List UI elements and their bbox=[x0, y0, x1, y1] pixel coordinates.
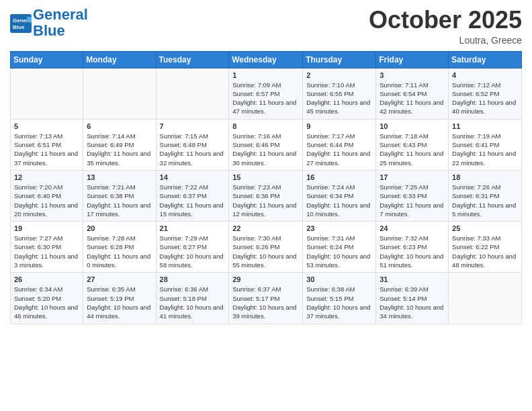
day-cell: 4Sunrise: 7:12 AMSunset: 6:52 PMDaylight… bbox=[449, 68, 522, 119]
day-cell bbox=[83, 68, 156, 119]
day-number: 15 bbox=[232, 173, 299, 181]
day-info: Sunrise: 7:19 AMSunset: 6:41 PMDaylight:… bbox=[452, 132, 518, 167]
weekday-header-row: SundayMondayTuesdayWednesdayThursdayFrid… bbox=[11, 51, 522, 68]
weekday-header-friday: Friday bbox=[376, 51, 449, 68]
day-cell: 16Sunrise: 7:24 AMSunset: 6:34 PMDayligh… bbox=[303, 170, 376, 221]
day-cell bbox=[449, 273, 522, 324]
day-number: 29 bbox=[232, 275, 299, 283]
weekday-header-tuesday: Tuesday bbox=[156, 51, 229, 68]
day-info: Sunrise: 7:09 AMSunset: 6:57 PMDaylight:… bbox=[232, 81, 299, 116]
day-info: Sunrise: 7:27 AMSunset: 6:30 PMDaylight:… bbox=[14, 234, 79, 269]
day-number: 23 bbox=[306, 224, 372, 232]
day-number: 12 bbox=[14, 173, 79, 181]
calendar-page: General Blue GeneralBlue October 2025 Lo… bbox=[0, 0, 532, 334]
weekday-header-wednesday: Wednesday bbox=[229, 51, 303, 68]
day-cell: 21Sunrise: 7:29 AMSunset: 6:27 PMDayligh… bbox=[156, 222, 229, 273]
day-number: 30 bbox=[306, 275, 372, 283]
day-info: Sunrise: 7:28 AMSunset: 6:28 PMDaylight:… bbox=[87, 234, 152, 269]
day-cell: 18Sunrise: 7:26 AMSunset: 6:31 PMDayligh… bbox=[449, 170, 522, 221]
day-info: Sunrise: 7:12 AMSunset: 6:52 PMDaylight:… bbox=[452, 81, 518, 116]
day-cell: 7Sunrise: 7:15 AMSunset: 6:48 PMDaylight… bbox=[156, 119, 229, 170]
day-cell: 13Sunrise: 7:21 AMSunset: 6:38 PMDayligh… bbox=[83, 170, 156, 221]
day-info: Sunrise: 6:34 AMSunset: 5:20 PMDaylight:… bbox=[14, 285, 79, 320]
day-number: 6 bbox=[87, 122, 152, 130]
day-number: 13 bbox=[87, 173, 152, 181]
day-number: 10 bbox=[380, 122, 445, 130]
day-number: 25 bbox=[452, 224, 518, 232]
day-cell: 31Sunrise: 6:39 AMSunset: 5:14 PMDayligh… bbox=[376, 273, 449, 324]
location-subtitle: Loutra, Greece bbox=[369, 35, 522, 46]
weekday-header-sunday: Sunday bbox=[11, 51, 83, 68]
day-number: 27 bbox=[87, 275, 152, 283]
day-info: Sunrise: 6:39 AMSunset: 5:14 PMDaylight:… bbox=[380, 285, 445, 320]
day-cell: 5Sunrise: 7:13 AMSunset: 6:51 PMDaylight… bbox=[11, 119, 83, 170]
day-number: 18 bbox=[452, 173, 518, 181]
header: General Blue GeneralBlue October 2025 Lo… bbox=[10, 7, 522, 46]
day-cell: 9Sunrise: 7:17 AMSunset: 6:44 PMDaylight… bbox=[303, 119, 376, 170]
day-cell: 3Sunrise: 7:11 AMSunset: 6:54 PMDaylight… bbox=[376, 68, 449, 119]
day-number: 7 bbox=[160, 122, 226, 130]
day-number: 31 bbox=[380, 275, 445, 283]
day-number: 14 bbox=[160, 173, 226, 181]
week-row-1: 1Sunrise: 7:09 AMSunset: 6:57 PMDaylight… bbox=[11, 68, 522, 119]
day-cell: 24Sunrise: 7:32 AMSunset: 6:23 PMDayligh… bbox=[376, 222, 449, 273]
day-info: Sunrise: 7:13 AMSunset: 6:51 PMDaylight:… bbox=[14, 132, 79, 167]
day-info: Sunrise: 7:17 AMSunset: 6:44 PMDaylight:… bbox=[306, 132, 372, 167]
day-info: Sunrise: 7:31 AMSunset: 6:24 PMDaylight:… bbox=[306, 234, 372, 269]
day-cell: 11Sunrise: 7:19 AMSunset: 6:41 PMDayligh… bbox=[449, 119, 522, 170]
day-info: Sunrise: 6:37 AMSunset: 5:17 PMDaylight:… bbox=[232, 285, 299, 320]
day-info: Sunrise: 6:36 AMSunset: 5:18 PMDaylight:… bbox=[160, 285, 226, 320]
day-number: 17 bbox=[380, 173, 445, 181]
day-info: Sunrise: 7:26 AMSunset: 6:31 PMDaylight:… bbox=[452, 183, 518, 218]
day-info: Sunrise: 7:23 AMSunset: 6:36 PMDaylight:… bbox=[232, 183, 299, 218]
day-cell: 27Sunrise: 6:35 AMSunset: 5:19 PMDayligh… bbox=[83, 273, 156, 324]
day-info: Sunrise: 7:18 AMSunset: 6:43 PMDaylight:… bbox=[380, 132, 445, 167]
day-cell: 20Sunrise: 7:28 AMSunset: 6:28 PMDayligh… bbox=[83, 222, 156, 273]
day-info: Sunrise: 7:10 AMSunset: 6:55 PMDaylight:… bbox=[306, 81, 372, 116]
day-info: Sunrise: 7:11 AMSunset: 6:54 PMDaylight:… bbox=[380, 81, 445, 116]
weekday-header-thursday: Thursday bbox=[303, 51, 376, 68]
day-cell: 19Sunrise: 7:27 AMSunset: 6:30 PMDayligh… bbox=[11, 222, 83, 273]
day-number: 22 bbox=[232, 224, 299, 232]
day-cell: 28Sunrise: 6:36 AMSunset: 5:18 PMDayligh… bbox=[156, 273, 229, 324]
day-cell: 14Sunrise: 7:22 AMSunset: 6:37 PMDayligh… bbox=[156, 170, 229, 221]
day-number: 19 bbox=[14, 224, 79, 232]
day-info: Sunrise: 7:29 AMSunset: 6:27 PMDaylight:… bbox=[160, 234, 226, 269]
day-info: Sunrise: 7:33 AMSunset: 6:22 PMDaylight:… bbox=[452, 234, 518, 269]
day-cell: 30Sunrise: 6:38 AMSunset: 5:15 PMDayligh… bbox=[303, 273, 376, 324]
day-info: Sunrise: 7:30 AMSunset: 6:26 PMDaylight:… bbox=[232, 234, 299, 269]
day-cell: 1Sunrise: 7:09 AMSunset: 6:57 PMDaylight… bbox=[229, 68, 303, 119]
title-area: October 2025 Loutra, Greece bbox=[369, 7, 522, 46]
day-cell: 29Sunrise: 6:37 AMSunset: 5:17 PMDayligh… bbox=[229, 273, 303, 324]
day-info: Sunrise: 7:24 AMSunset: 6:34 PMDaylight:… bbox=[306, 183, 372, 218]
day-info: Sunrise: 7:14 AMSunset: 6:49 PMDaylight:… bbox=[87, 132, 152, 167]
day-info: Sunrise: 7:21 AMSunset: 6:38 PMDaylight:… bbox=[87, 183, 152, 218]
day-cell: 6Sunrise: 7:14 AMSunset: 6:49 PMDaylight… bbox=[83, 119, 156, 170]
weekday-header-monday: Monday bbox=[83, 51, 156, 68]
day-cell: 23Sunrise: 7:31 AMSunset: 6:24 PMDayligh… bbox=[303, 222, 376, 273]
logo-icon: General Blue bbox=[10, 14, 32, 33]
day-number: 4 bbox=[452, 71, 518, 79]
day-info: Sunrise: 6:38 AMSunset: 5:15 PMDaylight:… bbox=[306, 285, 372, 320]
day-cell: 12Sunrise: 7:20 AMSunset: 6:40 PMDayligh… bbox=[11, 170, 83, 221]
day-info: Sunrise: 6:35 AMSunset: 5:19 PMDaylight:… bbox=[87, 285, 152, 320]
week-row-2: 5Sunrise: 7:13 AMSunset: 6:51 PMDaylight… bbox=[11, 119, 522, 170]
weekday-header-saturday: Saturday bbox=[449, 51, 522, 68]
calendar-table: SundayMondayTuesdayWednesdayThursdayFrid… bbox=[10, 51, 522, 324]
day-cell bbox=[156, 68, 229, 119]
day-number: 11 bbox=[452, 122, 518, 130]
day-cell: 22Sunrise: 7:30 AMSunset: 6:26 PMDayligh… bbox=[229, 222, 303, 273]
day-cell: 2Sunrise: 7:10 AMSunset: 6:55 PMDaylight… bbox=[303, 68, 376, 119]
day-cell bbox=[11, 68, 83, 119]
day-cell: 25Sunrise: 7:33 AMSunset: 6:22 PMDayligh… bbox=[449, 222, 522, 273]
day-number: 9 bbox=[306, 122, 372, 130]
day-cell: 26Sunrise: 6:34 AMSunset: 5:20 PMDayligh… bbox=[11, 273, 83, 324]
logo-text: GeneralBlue bbox=[33, 7, 88, 39]
week-row-5: 26Sunrise: 6:34 AMSunset: 5:20 PMDayligh… bbox=[11, 273, 522, 324]
day-number: 8 bbox=[232, 122, 299, 130]
day-info: Sunrise: 7:16 AMSunset: 6:46 PMDaylight:… bbox=[232, 132, 299, 167]
day-info: Sunrise: 7:22 AMSunset: 6:37 PMDaylight:… bbox=[160, 183, 226, 218]
day-number: 16 bbox=[306, 173, 372, 181]
day-number: 26 bbox=[14, 275, 79, 283]
day-info: Sunrise: 7:15 AMSunset: 6:48 PMDaylight:… bbox=[160, 132, 226, 167]
